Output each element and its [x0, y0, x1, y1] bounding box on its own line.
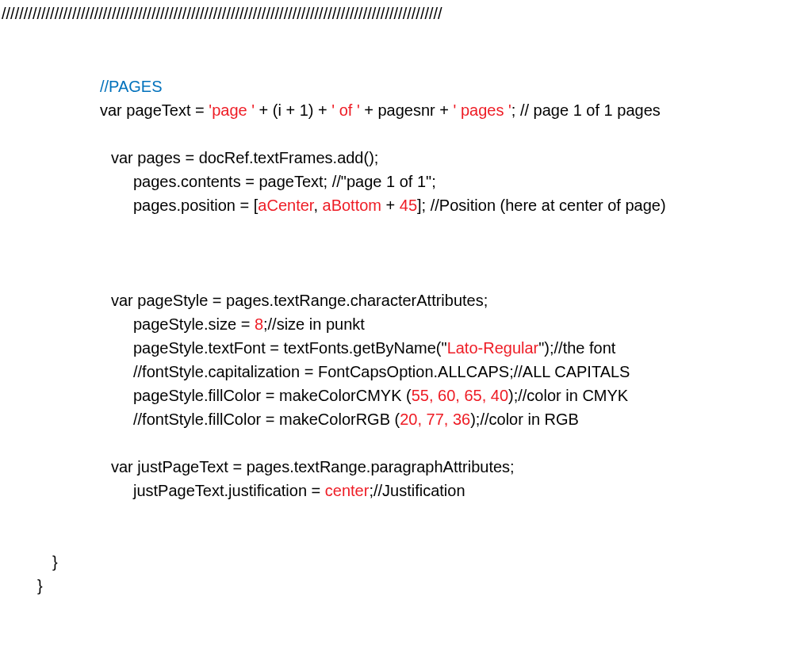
- brace-close-outer: }: [0, 574, 812, 598]
- justpagetext-justification: justPageText.justification = center;//Ju…: [0, 479, 812, 502]
- fontstyle-fillrgb: //fontStyle.fillColor = makeColorRGB (20…: [0, 407, 812, 431]
- pages-contents: pages.contents = pageText; //"page 1 of …: [0, 170, 812, 193]
- pages-decl: var pages = docRef.textFrames.add();: [0, 146, 812, 170]
- fontstyle-caps: //fontStyle.capitalization = FontCapsOpt…: [0, 360, 812, 384]
- pagestyle-fillcmyk: pageStyle.fillColor = makeColorCMYK (55,…: [0, 384, 812, 407]
- pagestyle-size: pageStyle.size = 8;//size in punkt: [0, 312, 812, 336]
- pagetext-decl: var pageText = 'page ' + (i + 1) + ' of …: [0, 98, 812, 122]
- pages-position: pages.position = [aCenter, aBottom + 45]…: [0, 193, 812, 217]
- pagestyle-font: pageStyle.textFont = textFonts.getByName…: [0, 336, 812, 360]
- justpagetext-decl: var justPageText = pages.textRange.parag…: [0, 455, 812, 479]
- divider-slashes: ////////////////////////////////////////…: [0, 2, 812, 25]
- pagestyle-decl: var pageStyle = pages.textRange.characte…: [0, 288, 812, 312]
- brace-close-inner: }: [0, 550, 812, 574]
- comment-pages: //PAGES: [0, 74, 812, 98]
- code-block: //PAGES var pageText = 'page ' + (i + 1)…: [0, 25, 812, 598]
